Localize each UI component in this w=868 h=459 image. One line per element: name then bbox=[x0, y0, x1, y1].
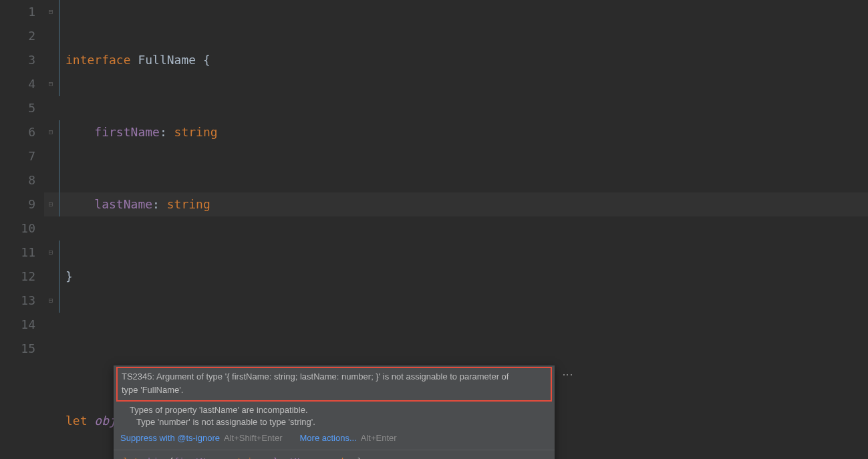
variable: obj bbox=[94, 414, 116, 428]
line-number[interactable]: 9 bbox=[0, 192, 35, 216]
code-line[interactable]: } bbox=[65, 265, 459, 289]
hint-punct: } bbox=[357, 456, 362, 459]
code-line[interactable]: interface FullName { bbox=[65, 48, 459, 72]
punct: : bbox=[152, 197, 160, 211]
error-tooltip: ⋮ TS2345: Argument of type '{ firstName:… bbox=[114, 365, 555, 459]
line-number[interactable]: 15 bbox=[0, 337, 35, 361]
fold-close-icon[interactable]: ⊟ bbox=[44, 192, 57, 216]
hint-var: obj bbox=[142, 456, 158, 459]
keyword: let bbox=[65, 414, 88, 428]
line-number[interactable]: 6 bbox=[0, 120, 35, 144]
line-number[interactable]: 8 bbox=[0, 168, 35, 192]
shortcut-hint: Alt+Shift+Enter bbox=[224, 432, 282, 444]
keyword: interface bbox=[65, 53, 131, 67]
line-number[interactable]: 1 bbox=[0, 0, 35, 24]
line-number[interactable]: 11 bbox=[0, 241, 35, 265]
suppress-link[interactable]: Suppress with @ts-ignore bbox=[120, 432, 220, 444]
hint-type: number bbox=[325, 456, 357, 459]
code-line[interactable]: lastName: string bbox=[65, 192, 459, 216]
line-number[interactable]: 3 bbox=[0, 48, 35, 72]
hint-keyword: let bbox=[122, 456, 137, 459]
shortcut-hint: Alt+Enter bbox=[361, 432, 397, 444]
error-message-line: type 'FullName'. bbox=[122, 384, 547, 396]
property: firstName bbox=[94, 125, 160, 139]
fold-close-icon[interactable]: ⊟ bbox=[44, 72, 57, 96]
line-number[interactable]: 13 bbox=[0, 289, 35, 313]
hint-punct: : bbox=[221, 456, 232, 459]
line-number[interactable]: 2 bbox=[0, 24, 35, 48]
line-number[interactable]: 5 bbox=[0, 96, 35, 120]
hint-punct: , bbox=[263, 456, 273, 459]
hint-prop: firstName bbox=[174, 456, 221, 459]
error-detail: Type 'number' is not assignable to type … bbox=[120, 416, 548, 428]
line-number[interactable]: 12 bbox=[0, 265, 35, 289]
code-line[interactable]: firstName: string bbox=[65, 120, 459, 144]
fold-close-icon[interactable]: ⊟ bbox=[44, 289, 57, 313]
hint-prop: lastName bbox=[273, 456, 315, 459]
code-line[interactable] bbox=[65, 337, 459, 361]
error-highlight-box: TS2345: Argument of type '{ firstName: s… bbox=[116, 367, 552, 402]
property: lastName bbox=[94, 197, 152, 211]
more-vert-icon[interactable]: ⋮ bbox=[561, 369, 573, 380]
more-actions-link[interactable]: More actions... bbox=[300, 432, 357, 444]
fold-column[interactable]: ⊟ ⊟ ⊟ ⊟ ⊟ ⊟ bbox=[44, 0, 57, 459]
brace: } bbox=[65, 269, 73, 283]
punct: : bbox=[160, 125, 167, 139]
hint-punct: : { bbox=[158, 456, 174, 459]
type-name: FullName bbox=[138, 53, 196, 67]
line-number[interactable]: 4 bbox=[0, 72, 35, 96]
hint-punct: : bbox=[315, 456, 326, 459]
error-detail: Types of property 'lastName' are incompa… bbox=[120, 404, 548, 416]
fold-open-icon[interactable]: ⊟ bbox=[44, 0, 57, 24]
type-keyword: string bbox=[174, 125, 218, 139]
line-number[interactable]: 7 bbox=[0, 144, 35, 168]
type-hint-code: let obj: {firstName: string, lastName: n… bbox=[120, 450, 548, 459]
hint-type: string bbox=[231, 456, 263, 459]
line-number-gutter[interactable]: 1 2 3 4 5 6 7 8 9 10 11 12 13 14 15 bbox=[0, 0, 44, 459]
brace: { bbox=[203, 53, 210, 67]
fold-open-icon[interactable]: ⊟ bbox=[44, 120, 57, 144]
tooltip-actions: Suppress with @ts-ignore Alt+Shift+Enter… bbox=[120, 428, 548, 450]
line-number[interactable]: 14 bbox=[0, 313, 35, 337]
error-message-line: TS2345: Argument of type '{ firstName: s… bbox=[122, 371, 547, 383]
type-keyword: string bbox=[167, 197, 210, 211]
line-number[interactable]: 10 bbox=[0, 216, 35, 241]
fold-open-icon[interactable]: ⊟ bbox=[44, 241, 57, 265]
